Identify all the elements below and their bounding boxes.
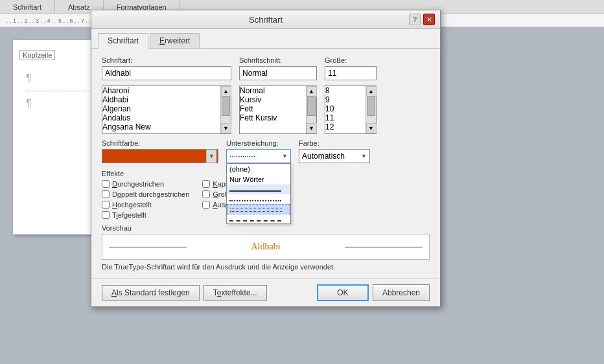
check-group-left: Durchgestrichen Doppelt durchgestrichen … — [102, 180, 189, 219]
list-item-9[interactable]: 9 — [325, 95, 366, 104]
unterstreichung-col: Unterstreichung: ············ ▼ (ohne) N… — [226, 139, 291, 163]
groesse-scrollbar[interactable]: ▲ ▼ — [366, 86, 376, 133]
header-label: Kopfzeile — [19, 50, 55, 60]
dialog-footer: Als Standard festlegen Texteffekte... OK… — [91, 279, 440, 306]
unterstr-select[interactable]: ············ ▼ — [226, 149, 291, 163]
scroll-down-arrow[interactable]: ▼ — [221, 123, 231, 133]
unterstr-wrapper: ············ ▼ (ohne) Nur Wörter — [226, 149, 291, 163]
vorschau-box: Aldhabi — [102, 234, 430, 260]
list-item-andalus[interactable]: Andalus — [102, 113, 220, 122]
groesse-listbox[interactable]: 8 9 10 11 12 ▲ ▼ — [325, 85, 377, 134]
list-item-angsana[interactable]: Angsana New — [102, 122, 220, 131]
schriftfarbe-label: Schriftfarbe: — [102, 139, 218, 147]
label-tiefgestellt: Tiefgestellt — [112, 211, 146, 219]
checkbox-tiefgestellt[interactable] — [102, 211, 110, 219]
schriftfarbe-col: Schriftfarbe: ▼ — [102, 139, 218, 163]
abbrechen-button[interactable]: Abbrechen — [373, 284, 430, 301]
tab-schriftart[interactable]: Schriftart — [98, 33, 148, 49]
groesse-scroll-thumb — [367, 97, 375, 116]
checkbox-doppelt[interactable] — [102, 190, 110, 198]
farbe-col: Farbe: Automatisch ▼ — [299, 139, 370, 163]
font-row-labels: Schriftart: Schriftschnitt: Größe: — [102, 56, 430, 80]
unterstr-dropdown: (ohne) Nur Wörter — [226, 163, 291, 224]
schriftschnitt-col: Schriftschnitt: — [239, 56, 317, 80]
farbe-label: Farbe: — [299, 139, 370, 147]
vorschau-text: Aldhabi — [251, 242, 280, 252]
scroll-track — [221, 97, 231, 123]
para-mark-2: ¶ — [26, 98, 32, 109]
check-doppelt: Doppelt durchgestrichen — [102, 190, 189, 198]
schriftart-input[interactable] — [102, 66, 231, 80]
groesse-list-inner: 8 9 10 11 12 — [325, 86, 366, 133]
schriftart-label: Schriftart: — [102, 56, 231, 64]
schriftfarbe-arrow[interactable]: ▼ — [206, 150, 216, 163]
farbe-selector[interactable]: Automatisch ▼ — [299, 149, 370, 163]
list-item-8[interactable]: 8 — [325, 86, 366, 95]
tab-schriftart-label: Schriftart — [108, 36, 139, 45]
list-item-algerian[interactable]: Algerian — [102, 104, 220, 113]
list-item-kursiv[interactable]: Kursiv — [240, 95, 306, 104]
list-item-aldhabi[interactable]: Aldhabi — [102, 95, 220, 104]
schnitt-scroll-track — [307, 97, 316, 123]
tabs-bar: Schriftart Erweitert — [91, 29, 440, 49]
checkbox-hochgestellt[interactable] — [102, 201, 110, 209]
unterstr-option-punkte[interactable] — [227, 194, 290, 204]
check-tiefgestellt: Tiefgestellt — [102, 211, 189, 219]
standard-button[interactable]: Als Standard festlegen — [102, 285, 200, 301]
footer-left: Als Standard festlegen Texteffekte... — [102, 285, 267, 301]
unterstr-option-linie[interactable] — [227, 185, 290, 194]
schriftart-list-inner: Aharoni Aldhabi Algerian Andalus Angsana… — [102, 86, 220, 133]
close-button[interactable]: ✕ — [423, 14, 435, 25]
schriftart-col: Schriftart: — [102, 56, 231, 80]
list-item-11[interactable]: 11 — [325, 113, 366, 122]
schriftart-scrollbar[interactable]: ▲ ▼ — [220, 86, 231, 133]
label-hochgestellt: Hochgestellt — [112, 201, 152, 209]
schnitt-scrollbar[interactable]: ▲ ▼ — [306, 86, 316, 133]
schriftfarbe-selector[interactable]: ▼ — [102, 149, 218, 163]
font-lists-row: Aharoni Aldhabi Algerian Andalus Angsana… — [102, 85, 430, 134]
schnitt-scroll-down[interactable]: ▼ — [307, 123, 317, 133]
list-item-fett[interactable]: Fett — [240, 104, 306, 113]
groesse-input[interactable] — [325, 66, 377, 80]
ok-button[interactable]: OK — [317, 284, 369, 301]
unterstr-option-ohne[interactable]: (ohne) — [227, 164, 290, 174]
help-button[interactable]: ? — [409, 14, 421, 25]
check-durchgestrichen: Durchgestrichen — [102, 180, 189, 188]
checkbox-ausgeblendet[interactable] — [202, 201, 210, 209]
groesse-label: Größe: — [325, 56, 377, 64]
list-item-normal[interactable]: Normal — [240, 86, 306, 95]
scroll-up-arrow[interactable]: ▲ — [221, 86, 231, 97]
farbe-arrow: ▼ — [361, 153, 367, 159]
texteffekte-button[interactable]: Texteffekte... — [203, 285, 267, 301]
unterstr-option-doppelt-punkte[interactable] — [227, 204, 290, 214]
list-item-12[interactable]: 12 — [325, 122, 366, 131]
tab-erweitert-label: Erweitert — [159, 36, 190, 45]
groesse-col: Größe: — [325, 56, 377, 80]
groesse-scroll-up[interactable]: ▲ — [366, 86, 377, 97]
checkbox-kapitalchen[interactable] — [202, 180, 210, 188]
label-durchgestrichen: Durchgestrichen — [112, 180, 164, 188]
footer-right: OK Abbrechen — [317, 284, 430, 301]
list-item-aharoni[interactable]: Aharoni — [102, 86, 220, 95]
list-item-fett-kursiv[interactable]: Fett Kursiv — [240, 113, 306, 122]
schnitt-scroll-thumb — [307, 97, 316, 116]
label-doppelt: Doppelt durchgestrichen — [112, 190, 189, 198]
schriftschnitt-input[interactable] — [239, 66, 317, 80]
schnitt-scroll-up[interactable]: ▲ — [307, 86, 317, 97]
groesse-scroll-down[interactable]: ▼ — [366, 123, 377, 133]
tab-erweitert[interactable]: Erweitert — [150, 33, 200, 48]
ok-label: OK — [337, 288, 348, 297]
unterstr-option-striche[interactable] — [227, 214, 290, 223]
schnitt-list-inner: Normal Kursiv Fett Fett Kursiv — [240, 86, 306, 133]
checkbox-grossbuchstaben[interactable] — [202, 190, 210, 198]
schriftart-listbox[interactable]: Aharoni Aldhabi Algerian Andalus Angsana… — [102, 85, 231, 134]
toolbar-schriftart: Schriftart — [0, 0, 55, 14]
checkbox-durchgestrichen[interactable] — [102, 180, 110, 188]
schriftschnitt-label: Schriftschnitt: — [239, 56, 317, 64]
groesse-scroll-track — [366, 97, 376, 123]
list-item-10[interactable]: 10 — [325, 104, 366, 113]
schriftschnitt-listbox[interactable]: Normal Kursiv Fett Fett Kursiv ▲ ▼ — [239, 85, 317, 134]
unterstr-option-nur-woerter[interactable]: Nur Wörter — [227, 174, 290, 185]
vorschau-section: Vorschau Aldhabi Die TrueType-Schriftart… — [102, 224, 430, 271]
dialog-title: Schriftart — [122, 15, 409, 25]
